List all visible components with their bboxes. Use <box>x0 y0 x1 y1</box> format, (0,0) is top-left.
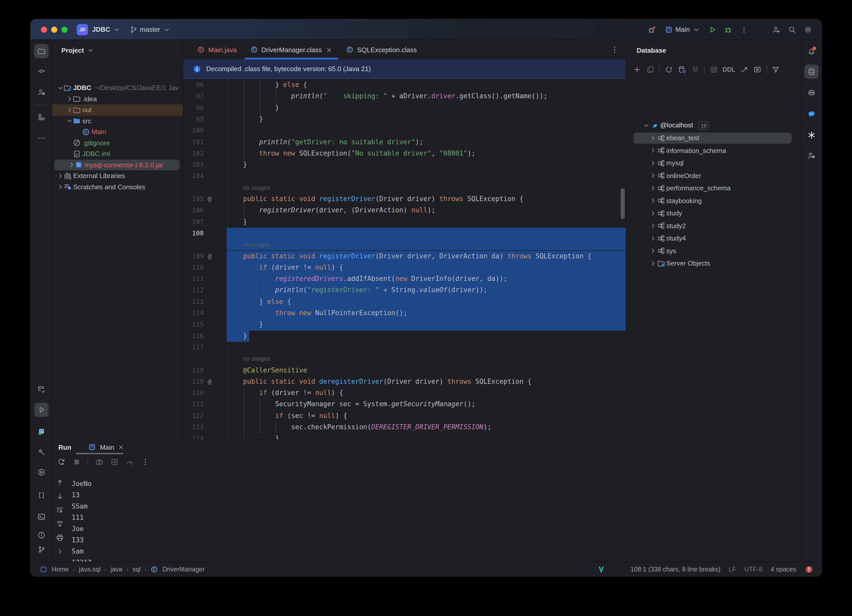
line-ending[interactable]: LF <box>729 566 736 573</box>
code-with-me-invite-icon[interactable] <box>772 25 780 34</box>
breadcrumbs[interactable]: Home›java.sql›java›sql›CDriverManager <box>39 565 205 574</box>
db-tree-schema-information_schema[interactable]: information_schema <box>626 144 801 157</box>
code-line-111[interactable]: 111 registeredDrivers.addIfAbsent(new Dr… <box>183 273 626 285</box>
tool-stripe-terminal-icon[interactable] <box>34 509 48 524</box>
rerun-icon[interactable] <box>57 457 65 467</box>
run-tab-main[interactable]: Main <box>88 443 125 451</box>
tool-stripe-commit-icon[interactable] <box>34 64 48 78</box>
tool-stripe-services-icon[interactable] <box>34 465 48 479</box>
breadcrumb-item[interactable]: Home <box>52 566 69 573</box>
filter-icon[interactable] <box>772 65 780 74</box>
close-tab-icon[interactable] <box>325 46 332 53</box>
duplicate-icon[interactable] <box>646 65 654 74</box>
tool-stripe-plugin-bird-icon[interactable] <box>34 424 48 439</box>
refresh-icon[interactable] <box>664 65 673 74</box>
editor-scrollbar[interactable] <box>621 188 625 219</box>
minimize-window-button[interactable] <box>51 26 57 32</box>
project-tree-item-external-libraries[interactable]: External Libraries <box>52 171 183 181</box>
project-tree-item--idea[interactable]: .idea <box>52 94 183 104</box>
tool-stripe-structure-icon[interactable] <box>34 110 48 124</box>
file-encoding[interactable]: UTF-8 <box>744 566 763 573</box>
scroll-down-icon[interactable] <box>55 492 64 500</box>
breadcrumb-item[interactable]: java <box>110 566 122 573</box>
project-tree-item--gitignore[interactable]: .gitignore <box>52 137 183 148</box>
run-console[interactable]: JoeNo13SSam111Joe133Sam12312 <box>52 470 801 562</box>
run-configuration-widget[interactable]: Main <box>665 25 701 34</box>
code-line-102[interactable]: 102 throw new SQLException("No suitable … <box>183 148 626 159</box>
caret-position[interactable]: 108:1 (338 chars, 8 line breaks) <box>630 566 721 573</box>
code-viewport[interactable]: 96 } else {97 println(" skipping: " + aD… <box>183 79 626 439</box>
jump-to-console-icon[interactable] <box>740 65 749 74</box>
profiler-gauge-icon[interactable] <box>125 457 134 467</box>
vcs-widget[interactable]: master <box>129 25 171 34</box>
more-actions-icon[interactable] <box>141 457 150 467</box>
table-icon[interactable] <box>709 65 718 74</box>
code-line-110[interactable]: 110 if (driver != null) { <box>183 262 626 273</box>
tool-stripe-chat-icon[interactable] <box>804 107 819 121</box>
breadcrumb-item[interactable]: java.sql <box>79 566 101 573</box>
tool-stripe-pull-request-icon[interactable]: ? <box>34 85 48 99</box>
db-tree-schema-sys[interactable]: sys <box>626 245 801 257</box>
code-line-108[interactable]: 108 <box>183 228 626 239</box>
annotation-gutter-icon[interactable]: @ <box>208 251 211 262</box>
annotation-gutter-icon[interactable]: @ <box>208 376 211 388</box>
code-line-119[interactable]: 119@public static void deregisterDriver(… <box>183 376 626 388</box>
code-line-104[interactable]: 104 <box>183 171 626 182</box>
tool-stripe-more-icon[interactable] <box>34 131 48 145</box>
db-tree-schema-staybooking[interactable]: staybooking <box>626 195 801 207</box>
project-tree-item-scratches-and-consoles[interactable]: Scratches and Consoles <box>52 181 183 192</box>
code-line-109[interactable]: 109@public static void registerDriver(Dr… <box>183 251 626 262</box>
tool-stripe-copilot-icon[interactable] <box>804 85 819 100</box>
editor-options-icon[interactable] <box>610 45 619 54</box>
debug-button[interactable] <box>724 25 732 34</box>
code-line-100[interactable]: 100 <box>183 125 626 136</box>
project-tree-item-jdbc[interactable]: JDBC~/Desktop/CS/JavaEE/1 Jav <box>52 82 183 94</box>
tool-stripe-notifications-bell-icon[interactable] <box>804 44 819 58</box>
tool-stripe-ai-assistant-icon[interactable] <box>804 128 819 142</box>
db-tree-schema-performance_schema[interactable]: performance_schema <box>626 182 801 195</box>
query-console-icon[interactable] <box>753 65 762 74</box>
window-controls[interactable] <box>41 26 68 32</box>
project-tree-item-out[interactable]: out <box>52 104 183 115</box>
code-line-106[interactable]: 106 registerDriver(driver, (DriverAction… <box>183 205 626 216</box>
soft-wrap-icon[interactable] <box>55 506 64 514</box>
print-icon[interactable] <box>55 533 64 542</box>
tool-stripe-problems-icon[interactable] <box>34 528 48 542</box>
more-actions-icon[interactable] <box>739 25 748 34</box>
db-tree-schema-study2[interactable]: study2 <box>626 219 801 232</box>
code-line-124[interactable]: 124 } <box>183 433 626 439</box>
code-line-105[interactable]: 105@public static void registerDriver(Dr… <box>183 193 626 205</box>
close-icon[interactable] <box>118 444 125 450</box>
db-tree-localhost[interactable]: @localhost10 <box>626 119 801 132</box>
code-line-115[interactable]: 115 } <box>183 319 626 331</box>
db-tree-server-objects[interactable]: Server Objects <box>626 257 801 270</box>
db-tree-schema-study[interactable]: study <box>626 207 801 219</box>
code-line-96[interactable]: 96 } else { <box>183 79 626 91</box>
tool-stripe-run-icon[interactable] <box>34 402 48 417</box>
v-plugin-icon[interactable] <box>597 565 605 574</box>
settings-gear-icon[interactable] <box>804 25 812 34</box>
breadcrumb-item[interactable]: sql <box>132 566 140 573</box>
editor-tab-sqlexception-class[interactable]: CSQLException.class <box>339 40 423 59</box>
expand-icon[interactable] <box>55 547 64 556</box>
project-panel-header[interactable]: Project <box>52 40 183 60</box>
breadcrumb-item[interactable]: DriverManager <box>162 566 205 573</box>
editor-tab-drivermanager-class[interactable]: CDriverManager.class <box>243 40 339 59</box>
code-line-97[interactable]: 97 println(" skipping: " + aDriver.drive… <box>183 91 626 102</box>
stop-icon[interactable] <box>72 457 81 467</box>
mute-breakpoints-icon[interactable] <box>648 25 657 34</box>
tool-stripe-code-with-me-icon[interactable] <box>804 148 819 163</box>
datasource-properties-icon[interactable] <box>678 65 686 74</box>
code-line-114[interactable]: 114 throw new NullPointerException(); <box>183 308 626 319</box>
code-line-116[interactable]: 116} <box>183 330 626 342</box>
project-tree-item-src[interactable]: src <box>52 115 183 126</box>
scroll-to-end-icon[interactable] <box>55 519 64 528</box>
tool-stripe-git-branch-icon[interactable] <box>34 542 48 557</box>
code-line-117[interactable]: 117 <box>183 342 626 353</box>
tool-stripe-build-hammer-icon[interactable] <box>34 445 48 459</box>
tool-stripe-database-check-icon[interactable] <box>34 382 48 396</box>
disconnect-icon[interactable] <box>691 65 699 74</box>
add-datasource-icon[interactable] <box>633 65 641 74</box>
code-line-107[interactable]: 107} <box>183 216 626 228</box>
ddl-button[interactable]: DDL <box>722 66 735 73</box>
